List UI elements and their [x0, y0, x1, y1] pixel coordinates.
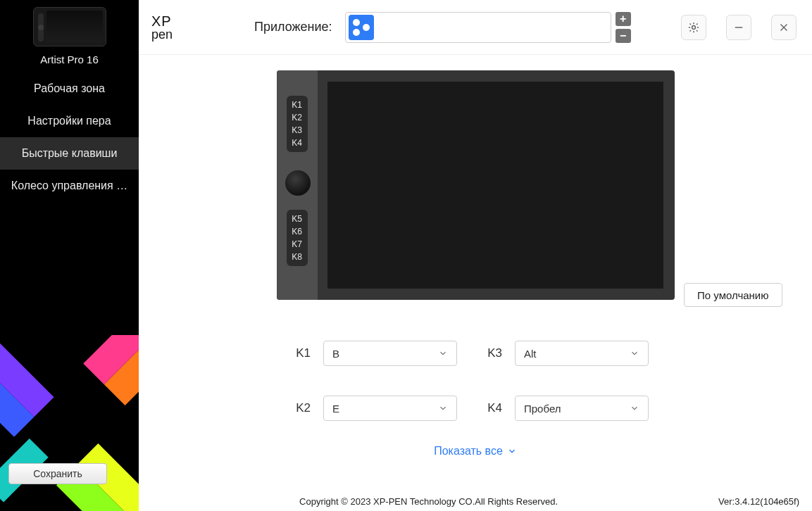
tablet-keys-top[interactable]: K1 K2 K3 K4	[287, 96, 308, 152]
chevron-down-icon	[438, 348, 448, 358]
application-label: Приложение:	[254, 20, 332, 34]
device-thumbnail	[33, 7, 106, 46]
main: XPpen Приложение: + −	[139, 0, 812, 511]
binding-k3-value: Alt	[524, 348, 537, 360]
sidebar-item-express-keys[interactable]: Быстрые клавиши	[0, 137, 139, 170]
binding-k2-value: E	[332, 403, 339, 415]
chevron-down-icon	[630, 403, 639, 413]
save-button[interactable]: Сохранить	[8, 463, 107, 484]
tablet-key-k6[interactable]: K6	[292, 227, 302, 236]
xppen-logo: XPpen	[151, 12, 185, 43]
tablet-preview: K1 K2 K3 K4 K5 K6 K7 K8 По умолчанию	[277, 70, 675, 300]
binding-k4-select[interactable]: Пробел	[515, 396, 649, 421]
remove-application-button[interactable]: −	[616, 29, 631, 43]
binding-k3-select[interactable]: Alt	[515, 341, 649, 366]
show-all-link[interactable]: Показать все	[139, 445, 812, 458]
binding-k2-label: K2	[278, 401, 311, 415]
binding-k3-label: K3	[470, 346, 502, 360]
sidebar-nav: Рабочая зона Настройки пера Быстрые клав…	[0, 72, 139, 202]
sidebar-decoration	[0, 335, 139, 511]
chevron-down-icon	[507, 446, 517, 456]
tablet-keys-bottom[interactable]: K5 K6 K7 K8	[287, 210, 308, 266]
content: K1 K2 K3 K4 K5 K6 K7 K8 По умолчанию K1 …	[139, 55, 812, 491]
chevron-down-icon	[438, 403, 448, 413]
sidebar-item-pen-settings[interactable]: Настройки пера	[0, 105, 139, 137]
svg-point-7	[692, 25, 696, 29]
gear-icon	[687, 21, 700, 34]
sidebar-item-work-area[interactable]: Рабочая зона	[0, 72, 139, 105]
binding-k4-value: Пробел	[524, 403, 561, 415]
footer: Copyright © 2023 XP-PEN Technology CO.Al…	[139, 491, 812, 511]
device-name: Artist Pro 16	[0, 51, 139, 72]
version-text: Ver:3.4.12(104e65f)	[718, 496, 799, 507]
tablet-key-k3[interactable]: K3	[292, 125, 302, 135]
sidebar-item-wheel[interactable]: Колесо управления …	[0, 170, 139, 202]
settings-button[interactable]	[681, 15, 706, 40]
binding-k1-select[interactable]: B	[323, 341, 457, 366]
tablet-key-k7[interactable]: K7	[292, 239, 302, 249]
binding-k4-label: K4	[470, 401, 502, 415]
binding-k1-value: B	[332, 348, 339, 360]
topbar: XPpen Приложение: + −	[139, 0, 812, 55]
tablet-key-k2[interactable]: K2	[292, 113, 302, 122]
sidebar: Artist Pro 16 Рабочая зона Настройки пер…	[0, 0, 139, 511]
minimize-button[interactable]	[726, 15, 751, 40]
tablet-key-k5[interactable]: K5	[292, 214, 302, 224]
tablet-key-k8[interactable]: K8	[292, 252, 302, 262]
binding-k2-select[interactable]: E	[323, 396, 457, 421]
tablet-dial[interactable]	[285, 170, 311, 196]
add-application-button[interactable]: +	[616, 12, 631, 26]
application-field: + −	[345, 12, 631, 43]
close-icon	[777, 21, 790, 34]
key-bindings: K1 B K3 Alt K2 E K4 Пробел	[278, 341, 673, 421]
close-button[interactable]	[771, 15, 797, 40]
tablet-key-k4[interactable]: K4	[292, 138, 302, 148]
show-all-label: Показать все	[434, 445, 503, 458]
binding-k1-label: K1	[278, 346, 311, 360]
application-selector[interactable]	[345, 12, 611, 43]
application-icon	[349, 15, 374, 40]
copyright-text: Copyright © 2023 XP-PEN Technology CO.Al…	[139, 496, 718, 507]
minimize-icon	[732, 21, 745, 34]
default-button[interactable]: По умолчанию	[684, 283, 782, 307]
tablet-key-k1[interactable]: K1	[292, 100, 302, 110]
chevron-down-icon	[630, 348, 639, 358]
